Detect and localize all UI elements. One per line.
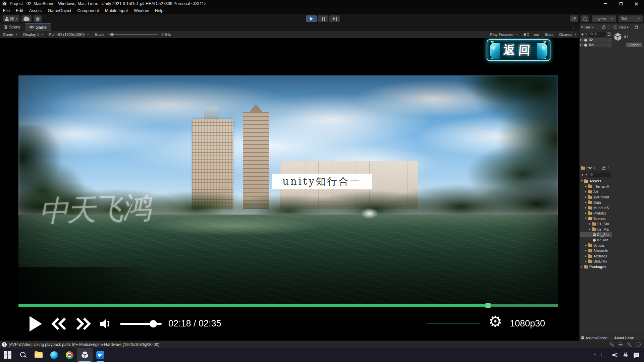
- network-icon[interactable]: [601, 353, 607, 357]
- file-explorer-button[interactable]: [31, 348, 46, 362]
- tray-expand-icon[interactable]: ^: [594, 353, 596, 358]
- panel-menu-icon[interactable]: ⋮: [607, 25, 610, 29]
- volume-icon[interactable]: [612, 353, 618, 357]
- scale-slider-knob[interactable]: [110, 33, 114, 36]
- input-language-indicator[interactable]: 英: [623, 352, 628, 358]
- taskbar-search-button[interactable]: [15, 348, 31, 362]
- pause-button[interactable]: [318, 15, 328, 22]
- tab-game[interactable]: Game: [25, 23, 51, 31]
- play-focused-dropdown[interactable]: Play Focused ▼: [487, 31, 521, 38]
- project-tree-item[interactable]: 01_Sta: [580, 232, 612, 237]
- tree-arrow-icon[interactable]: ▶: [580, 39, 583, 41]
- project-tree-item[interactable]: ▶Packages: [580, 264, 612, 269]
- add-asset-button[interactable]: +: [581, 173, 584, 177]
- scale-slider[interactable]: [108, 34, 158, 35]
- project-tree-item[interactable]: ▶02_Ma: [580, 227, 612, 232]
- menu-component[interactable]: Component: [74, 8, 102, 13]
- project-tree-item[interactable]: ▶Assets: [580, 178, 612, 184]
- video-progress-knob[interactable]: [485, 303, 490, 308]
- start-button[interactable]: [0, 348, 15, 362]
- tree-arrow-icon[interactable]: ▶: [580, 265, 583, 268]
- project-search-input[interactable]: [589, 173, 610, 177]
- messenger-app-button[interactable]: [93, 348, 108, 362]
- row-menu-icon[interactable]: ⋮: [607, 38, 611, 42]
- add-object-button[interactable]: +: [581, 32, 584, 37]
- player-forward-button[interactable]: [75, 317, 91, 332]
- chrome-browser-button[interactable]: [62, 348, 77, 362]
- panel-menu-icon[interactable]: ⋮: [639, 25, 643, 29]
- player-quality-label[interactable]: 1080p30: [510, 318, 545, 329]
- tree-arrow-icon[interactable]: ▶: [584, 196, 587, 198]
- edge-browser-button[interactable]: [46, 348, 62, 362]
- unity-taskbar-button[interactable]: [77, 348, 93, 362]
- minimize-button[interactable]: [598, 0, 613, 7]
- tree-arrow-icon[interactable]: ▶: [584, 244, 587, 247]
- menu-mobile-input[interactable]: Mobile Input: [102, 8, 131, 13]
- status-message[interactable]: [AVProVideo] Using playback path: MF-Med…: [9, 342, 159, 347]
- layout-dropdown[interactable]: Tall ▼: [619, 15, 643, 22]
- player-volume-knob[interactable]: [150, 320, 157, 327]
- tree-arrow-icon[interactable]: ▶: [585, 217, 587, 220]
- open-button[interactable]: Open: [626, 43, 642, 47]
- project-tree-item[interactable]: ▶MundusS: [580, 205, 612, 210]
- debugger-disabled-icon[interactable]: [609, 342, 614, 347]
- hierarchy-scene-row[interactable]: ▶Do⋮: [580, 43, 612, 48]
- back-button[interactable]: 返回: [487, 39, 550, 61]
- mute-audio-button[interactable]: [521, 31, 531, 38]
- video-progress-bar[interactable]: [18, 304, 558, 307]
- tree-arrow-icon[interactable]: ▶: [584, 206, 587, 209]
- tree-arrow-icon[interactable]: ▶: [584, 190, 587, 193]
- project-tree-item[interactable]: ▶_TerrainA: [580, 184, 612, 189]
- gizmos-dropdown[interactable]: Gizmos ▼: [556, 31, 579, 38]
- resolution-dropdown[interactable]: Full HD (644x362) ▼: [47, 31, 92, 38]
- player-settings-button[interactable]: ⚙: [488, 314, 502, 329]
- visibility-disabled-icon[interactable]: [627, 342, 632, 347]
- menu-assets[interactable]: Assets: [26, 8, 45, 13]
- player-rewind-button[interactable]: [51, 317, 67, 332]
- global-search-button[interactable]: [581, 15, 589, 22]
- tree-arrow-icon[interactable]: ▶: [584, 255, 587, 257]
- maximize-button[interactable]: [613, 0, 629, 7]
- tree-arrow-icon[interactable]: ▶: [588, 223, 591, 225]
- lock-icon[interactable]: [602, 26, 605, 29]
- project-tree-item[interactable]: ▶AVProVid: [580, 194, 612, 200]
- row-menu-icon[interactable]: ⋮: [607, 43, 611, 47]
- menu-edit[interactable]: Edit: [13, 8, 26, 13]
- close-button[interactable]: [629, 0, 644, 7]
- project-tree-item[interactable]: ▶Data: [580, 200, 612, 205]
- account-button[interactable]: 陆 ▼: [3, 15, 19, 22]
- scene-visibility-icon[interactable]: [607, 33, 610, 36]
- layers-dropdown[interactable]: Layers ▼: [592, 15, 616, 22]
- menu-gameobject[interactable]: GameObject: [45, 8, 74, 13]
- project-tree-item[interactable]: ▶Streamin: [580, 248, 612, 253]
- tree-arrow-icon[interactable]: ▶: [584, 260, 587, 263]
- project-tree-item[interactable]: ▶Art: [580, 189, 612, 194]
- menu-help[interactable]: Help: [152, 8, 167, 13]
- lock-icon[interactable]: [635, 26, 638, 29]
- play-button[interactable]: [306, 15, 317, 22]
- project-tree-item[interactable]: ▶Scripts: [580, 243, 612, 248]
- render-target-dropdown[interactable]: Game ▼: [0, 31, 20, 38]
- menu-window[interactable]: Window: [131, 8, 152, 13]
- plastic-scm-button[interactable]: [34, 15, 42, 22]
- project-tree-item[interactable]: ▶UGUIMir: [580, 259, 612, 264]
- player-volume-slider[interactable]: [120, 323, 162, 325]
- layers-stack-icon[interactable]: [618, 342, 623, 347]
- cloud-services-button[interactable]: [21, 15, 32, 22]
- check-circle-icon[interactable]: ✓: [636, 342, 641, 347]
- project-tree-item[interactable]: ▶TextMes: [580, 253, 612, 259]
- hierarchy-header[interactable]: ≡ Hie ▶ ⋮: [580, 23, 612, 31]
- console-info-icon[interactable]: !: [2, 342, 7, 347]
- menu-file[interactable]: File: [0, 8, 13, 13]
- project-header[interactable]: Pro ▶ ⋮: [580, 164, 612, 172]
- project-tree-item[interactable]: 02_Ma: [580, 237, 612, 243]
- display-dropdown[interactable]: Display 1 ▼: [20, 31, 46, 38]
- tree-arrow-icon[interactable]: ▶: [580, 44, 583, 46]
- tree-arrow-icon[interactable]: ▶: [588, 228, 591, 231]
- hierarchy-search-input[interactable]: A: [589, 32, 605, 37]
- tree-arrow-icon[interactable]: ▶: [584, 249, 587, 252]
- tree-arrow-icon[interactable]: ▶: [584, 212, 587, 215]
- asset-labels-header[interactable]: Asset Labe: [612, 335, 644, 341]
- inspector-header[interactable]: i Insp ▶ ⋮: [612, 23, 644, 31]
- project-tree-item[interactable]: ▶Scenes: [580, 216, 612, 221]
